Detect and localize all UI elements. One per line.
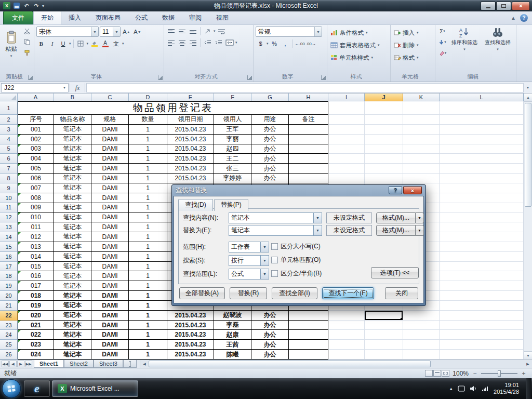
cell-A-20[interactable]: 018 [18,291,54,301]
insert-worksheet-tab[interactable] [123,360,137,368]
volume-icon[interactable] [470,385,477,392]
cell-L-19[interactable] [440,281,524,291]
cell-C-15[interactable]: DAMI [91,242,129,252]
wrap-text-icon[interactable] [217,26,227,36]
scroll-up-icon[interactable]: ▲ [524,94,532,102]
cell-A-26[interactable]: 024 [18,350,54,360]
conditional-formatting-button[interactable]: 条件格式▾ [329,26,388,39]
cell-A-18[interactable]: 016 [18,271,54,281]
cell-D-3[interactable]: 1 [129,125,167,135]
prev-sheet-icon[interactable]: ◀ [9,361,17,367]
cell-F-2[interactable]: 领用人 [214,115,251,125]
cell-J-26[interactable] [365,350,403,360]
expand-formula-bar-icon[interactable]: ▼ [524,86,532,89]
cell-A-13[interactable]: 011 [18,222,54,232]
cell-G-8[interactable]: 办公 [251,174,289,183]
comma-style-icon[interactable]: , [281,39,290,48]
cell-F-24[interactable]: 赵康 [214,330,251,340]
format-cells-button[interactable]: 格式▾ [393,51,433,64]
cell-L-4[interactable] [440,135,524,144]
cell-C-16[interactable]: DAMI [91,252,129,262]
ribbon-tab-0[interactable]: 开始 [33,11,61,24]
borders-dropdown-icon[interactable]: ▾ [87,42,89,46]
row-header-8[interactable]: 8 [0,174,18,183]
cell-H-6[interactable] [289,154,328,164]
increase-decimal-icon[interactable]: ←.00 [295,39,305,48]
cell-D-17[interactable]: 1 [129,262,167,272]
cell-I-1[interactable] [328,101,365,115]
cell-L-2[interactable] [440,115,524,125]
cell-E-26[interactable]: 2015.04.23 [167,350,214,360]
cell-B-16[interactable]: 笔记本 [54,252,91,262]
cell-A-6[interactable]: 004 [18,154,54,164]
cell-G-3[interactable]: 办公 [251,125,289,135]
align-right-icon[interactable] [188,38,198,47]
cell-J-1[interactable] [365,101,403,115]
cell-E-3[interactable]: 2015.04.23 [167,125,214,135]
taskbar-clock[interactable]: 19:01 2015/4/28 [494,382,521,395]
cell-D-23[interactable]: 1 [129,321,167,330]
cell-B-17[interactable]: 笔记本 [54,262,91,272]
fill-color-icon[interactable] [89,39,99,48]
match-width-checkbox[interactable] [271,270,278,277]
cell-C-10[interactable]: DAMI [91,193,129,203]
row-header-12[interactable]: 12 [0,212,18,222]
cell-J-5[interactable] [365,144,403,154]
dialog-tab-1[interactable]: 替换(P) [214,199,248,211]
cell-L-1[interactable] [440,101,524,115]
cell-L-23[interactable] [440,321,524,330]
decrease-font-icon[interactable]: A▼ [132,27,142,36]
match-case-option[interactable]: 区分大小写(C) [271,242,321,250]
zoom-slider[interactable] [481,373,517,374]
cell-H-25[interactable] [289,340,328,350]
row-header-21[interactable]: 21 [0,301,18,311]
clear-icon[interactable]: ▾ [437,48,447,58]
cell-A-14[interactable]: 012 [18,232,54,242]
first-sheet-icon[interactable]: ◀◀ [2,361,9,367]
cell-H-23[interactable] [289,321,328,330]
cell-L-7[interactable] [440,164,524,174]
cell-F-8[interactable]: 李婷婷 [214,174,251,183]
ribbon-tab-2[interactable]: 页面布局 [88,11,128,24]
column-header-J[interactable]: J [365,94,403,101]
cell-J-3[interactable] [365,125,403,135]
decrease-decimal-icon[interactable]: .00→ [306,39,316,48]
cell-L-18[interactable] [440,271,524,281]
match-cell-option[interactable]: 单元格匹配(O) [271,256,321,264]
cell-F-5[interactable]: 赵四 [214,144,251,154]
match-width-option[interactable]: 区分全/半角(B) [271,269,322,277]
font-color-icon[interactable]: A [100,39,110,48]
cell-A-3[interactable]: 001 [18,125,54,135]
cell-D-2[interactable]: 数量 [129,115,167,125]
cell-C-4[interactable]: DAMI [91,135,129,144]
column-header-H[interactable]: H [289,94,328,101]
cell-A-15[interactable]: 013 [18,242,54,252]
find-what-input[interactable]: 笔记本▼ [229,212,322,223]
cell-A-2[interactable]: 序号 [18,115,54,125]
find-format-button[interactable]: 格式(M)...▼ [376,212,424,223]
cell-D-19[interactable]: 1 [129,281,167,291]
paste-dropdown-icon[interactable]: ▾ [10,54,12,58]
cell-A-23[interactable]: 021 [18,321,54,330]
cell-D-14[interactable]: 1 [129,232,167,242]
cell-B-12[interactable]: 笔记本 [54,212,91,222]
cell-F-4[interactable]: 李丽 [214,135,251,144]
cell-C-17[interactable]: DAMI [91,262,129,272]
accounting-format-icon[interactable]: $ [256,39,265,48]
ribbon-tab-5[interactable]: 审阅 [182,11,209,24]
cell-I-3[interactable] [328,125,365,135]
cell-L-3[interactable] [440,125,524,135]
cell-G-6[interactable]: 办公 [251,154,289,164]
cell-K-24[interactable] [403,330,440,340]
cut-icon[interactable] [22,26,32,36]
cell-J-7[interactable] [365,164,403,174]
row-header-5[interactable]: 5 [0,144,18,154]
cell-H-3[interactable] [289,125,328,135]
phonetic-guide-icon[interactable]: 文 [111,39,121,48]
cell-H-8[interactable] [289,174,328,183]
cell-A-25[interactable]: 023 [18,340,54,350]
cell-C-20[interactable]: DAMI [91,291,129,301]
cell-L-17[interactable] [440,262,524,272]
dialog-button-4[interactable]: 关闭 [385,287,418,299]
cell-H-22[interactable] [289,311,328,321]
